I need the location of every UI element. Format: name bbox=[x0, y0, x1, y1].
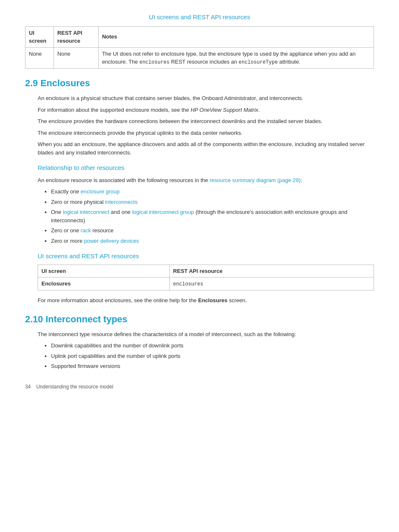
para-5: When you add an enclosure, the appliance… bbox=[38, 140, 374, 157]
interconnect-list: Downlink capabilities and the number of … bbox=[51, 342, 374, 370]
logical-interconnect-link[interactable]: logical interconnect bbox=[63, 209, 109, 215]
list-item: One logical interconnect and one logical… bbox=[51, 208, 374, 224]
top-table-heading: UI screens and REST API resources bbox=[25, 13, 374, 22]
list-item: Zero or more physical interconnects bbox=[51, 198, 374, 206]
interconnects-link[interactable]: interconnects bbox=[105, 199, 137, 205]
table-row: None None The UI does not refer to enclo… bbox=[26, 47, 374, 69]
top-section: UI screens and REST API resources UI scr… bbox=[25, 13, 374, 69]
para-1: An enclosure is a physical structure tha… bbox=[38, 94, 374, 103]
list-item: Zero or one rack resource bbox=[51, 226, 374, 235]
footer-text: Understanding the resource model bbox=[36, 384, 113, 390]
ui-table-col-rest: REST API resource bbox=[169, 265, 373, 278]
resource-summary-link[interactable]: resource summary diagram (page 29) bbox=[210, 177, 300, 183]
section-2-10-title: 2.10 Interconnect types bbox=[25, 312, 374, 326]
interconnect-intro: The interconnect type resource defines t… bbox=[38, 330, 374, 339]
para-4: The enclosure interconnects provide the … bbox=[38, 129, 374, 137]
top-table-col-rest: REST API resource bbox=[54, 26, 99, 47]
list-item: Supported firmware versions bbox=[51, 362, 374, 370]
relationship-list: Exactly one enclosure group Zero or more… bbox=[51, 188, 374, 245]
rack-link[interactable]: rack bbox=[81, 227, 91, 234]
section-2-10: 2.10 Interconnect types The interconnect… bbox=[25, 312, 374, 370]
top-table: UI screen REST API resource Notes None N… bbox=[25, 26, 374, 69]
relationship-intro: An enclosure resource is associated with… bbox=[38, 176, 374, 185]
page-footer: 34 Understanding the resource model bbox=[25, 383, 374, 391]
table-row: Enclosures enclosures bbox=[38, 278, 374, 290]
section-2-9-body: An enclosure is a physical structure tha… bbox=[38, 94, 374, 305]
list-item: Zero or more power delivery devices bbox=[51, 237, 374, 245]
section-2-9-title: 2.9 Enclosures bbox=[25, 76, 374, 90]
top-table-col-ui: UI screen bbox=[26, 26, 54, 47]
section-2-9: 2.9 Enclosures An enclosure is a physica… bbox=[25, 76, 374, 305]
ui-table-2-9: UI screen REST API resource Enclosures e… bbox=[38, 265, 374, 291]
power-delivery-link[interactable]: power delivery devices bbox=[84, 238, 139, 244]
ui-table-ui-screen: Enclosures bbox=[38, 278, 170, 290]
relationship-heading: Relationship to other resources bbox=[38, 163, 374, 173]
enclosure-group-link[interactable]: enclosure group bbox=[81, 188, 120, 195]
list-item: Uplink port capabilities and the number … bbox=[51, 352, 374, 360]
list-item: Exactly one enclosure group bbox=[51, 188, 374, 196]
para-3: The enclosure provides the hardware conn… bbox=[38, 117, 374, 126]
ui-table-heading-2-9: UI screens and REST API resources bbox=[38, 252, 374, 261]
top-table-rest-resource: None bbox=[54, 47, 99, 69]
logical-interconnect-group-link[interactable]: logical interconnect group bbox=[132, 209, 194, 215]
page-number: 34 bbox=[25, 384, 31, 390]
ui-table-col-ui: UI screen bbox=[38, 265, 170, 278]
top-table-ui-screen: None bbox=[26, 47, 54, 69]
top-table-notes: The UI does not refer to enclosure type,… bbox=[98, 47, 373, 69]
section-2-10-body: The interconnect type resource defines t… bbox=[38, 330, 374, 370]
para-2: For information about the supported encl… bbox=[38, 106, 374, 114]
ui-table-rest-resource: enclosures bbox=[169, 278, 373, 290]
list-item: Downlink capabilities and the number of … bbox=[51, 342, 374, 350]
top-table-col-notes: Notes bbox=[98, 26, 373, 47]
enclosures-footer-note: For more information about enclosures, s… bbox=[38, 296, 374, 305]
